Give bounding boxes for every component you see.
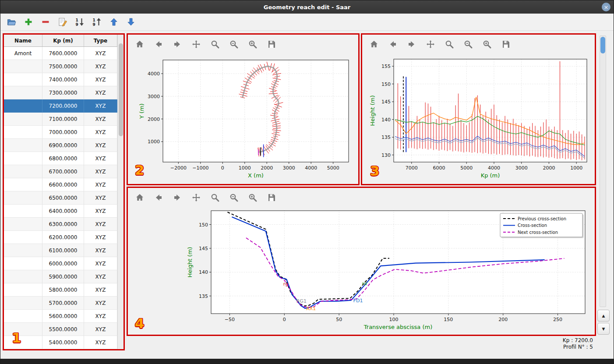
zoom-in-icon[interactable] [481,38,493,50]
cell-name[interactable]: Amont [4,47,42,60]
zoom-icon[interactable] [209,38,221,50]
cell-type[interactable]: XYZ [84,178,117,191]
cell-name[interactable] [4,297,42,310]
back-icon[interactable] [387,38,399,50]
profile-down-button[interactable]: ▼ [597,323,610,335]
zoom-in-icon[interactable] [247,191,259,204]
cell-name[interactable] [4,283,42,297]
cell-kp[interactable]: 7200.0000 [42,99,84,113]
pan-icon[interactable] [424,38,437,50]
cell-type[interactable]: XYZ [84,126,117,139]
move-up-icon[interactable] [108,16,120,28]
home-icon[interactable] [368,38,380,50]
cell-type[interactable]: XYZ [84,47,117,60]
cell-name[interactable] [4,323,42,336]
cell-kp[interactable]: 6800.0000 [42,152,84,165]
table-row[interactable]: 6800.0000XYZ [4,152,117,165]
zoom-in-icon[interactable] [247,38,259,50]
cell-kp[interactable]: 5500.0000 [42,323,84,336]
cell-type[interactable]: XYZ [84,283,117,297]
move-down-icon[interactable] [125,16,137,28]
table-row[interactable]: 6300.0000XYZ [4,218,117,231]
cell-type[interactable]: XYZ [84,86,117,99]
cell-type[interactable]: XYZ [84,231,117,244]
table-row[interactable]: 5800.0000XYZ [4,283,117,297]
cell-kp[interactable]: 5900.0000 [42,270,84,283]
cell-name[interactable] [4,165,42,178]
cell-kp[interactable]: 7500.0000 [42,60,84,73]
zoom-out-icon[interactable] [228,38,240,50]
cell-kp[interactable]: 5800.0000 [42,283,84,297]
cell-type[interactable]: XYZ [84,218,117,231]
edit-cross-section-icon[interactable] [57,16,68,28]
table-row[interactable]: 7100.0000XYZ [4,113,117,126]
cell-type[interactable]: XYZ [84,113,117,126]
cell-kp[interactable]: 6500.0000 [42,191,84,205]
pan-icon[interactable] [190,38,202,50]
open-file-icon[interactable] [6,16,17,28]
cell-type[interactable]: XYZ [84,310,117,323]
table-row[interactable]: 7200.0000XYZ [4,99,117,113]
cell-name[interactable] [4,60,42,73]
cell-name[interactable] [4,205,42,218]
cell-kp[interactable]: 5700.0000 [42,297,84,310]
cell-name[interactable] [4,244,42,257]
cell-name[interactable] [4,86,42,99]
cell-kp[interactable]: 6600.0000 [42,178,84,191]
table-row[interactable]: 7500.0000XYZ [4,60,117,73]
table-row[interactable]: 6400.0000XYZ [4,205,117,218]
cell-kp[interactable]: 6900.0000 [42,139,84,152]
table-row[interactable]: 6500.0000XYZ [4,191,117,205]
cell-kp[interactable]: 6700.0000 [42,165,84,178]
cell-kp[interactable]: 5400.0000 [42,336,84,349]
cell-name[interactable] [4,178,42,191]
cell-name[interactable] [4,73,42,86]
table-row[interactable]: 5600.0000XYZ [4,310,117,323]
cell-kp[interactable]: 6200.0000 [42,231,84,244]
vertical-scrollbar-thumb[interactable] [600,37,605,53]
table-scrollbar[interactable] [117,35,124,349]
table-row[interactable]: 6700.0000XYZ [4,165,117,178]
column-header-name[interactable]: Name [4,35,42,46]
table-row[interactable]: Amont7600.0000XYZ [4,47,117,60]
profile-up-button[interactable]: ▲ [597,310,610,322]
cell-kp[interactable]: 7100.0000 [42,113,84,126]
forward-icon[interactable] [171,38,183,50]
cell-type[interactable]: XYZ [84,336,117,349]
cell-type[interactable]: XYZ [84,152,117,165]
plan-view-plot[interactable]: −2000−1000010002000300040005000100020003… [128,54,358,184]
forward-icon[interactable] [171,191,183,204]
cell-type[interactable]: XYZ [84,205,117,218]
table-row[interactable]: 6600.0000XYZ [4,178,117,191]
cell-name[interactable] [4,99,42,113]
cell-type[interactable]: XYZ [84,297,117,310]
home-icon[interactable] [134,38,146,50]
table-row[interactable]: 7000.0000XYZ [4,126,117,139]
cell-type[interactable]: XYZ [84,139,117,152]
cell-name[interactable] [4,270,42,283]
forward-icon[interactable] [406,38,418,50]
table-row[interactable]: 7400.0000XYZ [4,73,117,86]
back-icon[interactable] [152,38,165,50]
cell-name[interactable] [4,139,42,152]
save-icon[interactable] [265,191,278,204]
save-icon[interactable] [500,38,512,50]
cell-name[interactable] [4,113,42,126]
cell-kp[interactable]: 6100.0000 [42,244,84,257]
close-button[interactable]: × [602,3,610,11]
zoom-out-icon[interactable] [228,191,240,204]
cross-section-plot[interactable]: −50050100150200250135140145150Transverse… [128,207,595,335]
cell-type[interactable]: XYZ [84,270,117,283]
cell-name[interactable] [4,126,42,139]
zoom-icon[interactable] [443,38,455,50]
cell-type[interactable]: XYZ [84,244,117,257]
cell-name[interactable] [4,152,42,165]
cell-type[interactable]: XYZ [84,73,117,86]
cell-kp[interactable]: 6300.0000 [42,218,84,231]
cell-name[interactable] [4,191,42,205]
cell-type[interactable]: XYZ [84,60,117,73]
cell-kp[interactable]: 7300.0000 [42,86,84,99]
column-header-type[interactable]: Type [84,35,117,46]
cell-kp[interactable]: 7000.0000 [42,126,84,139]
cell-type[interactable]: XYZ [84,191,117,205]
